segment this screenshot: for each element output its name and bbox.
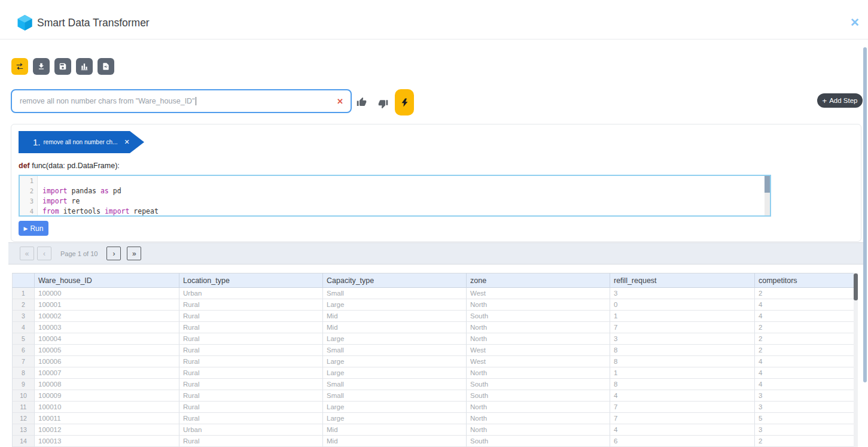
table-row: 13100012UrbanMidNorth43 xyxy=(12,424,858,436)
table-row: 1100000UrbanSmallWest32 xyxy=(12,288,858,299)
table-cell: 100003 xyxy=(35,322,179,333)
run-button[interactable]: ▶ Run xyxy=(19,221,48,236)
page-scrollbar[interactable] xyxy=(863,40,867,447)
table-row: 14100013RuralMidSouth62 xyxy=(12,436,858,447)
table-row: 2100001RuralLargeNorth04 xyxy=(12,299,858,311)
row-number-cell: 9 xyxy=(12,379,35,390)
table-cell: 100004 xyxy=(35,333,179,345)
page-scrollbar-thumb[interactable] xyxy=(863,47,867,382)
add-step-label: Add Step xyxy=(829,97,857,104)
table-cell: 8 xyxy=(610,356,755,367)
first-page-button[interactable]: « xyxy=(20,247,34,260)
table-cell: 2 xyxy=(755,345,858,356)
prompt-input[interactable]: remove all non number chars from "Ware_h… xyxy=(11,89,352,113)
signature-rest: func(data: pd.DataFrame): xyxy=(30,162,120,170)
table-cell: 100009 xyxy=(35,390,179,402)
row-number-cell: 5 xyxy=(12,333,35,345)
thumbs-up-button[interactable] xyxy=(357,97,367,107)
table-row: 6100005RuralSmallWest82 xyxy=(12,345,858,356)
download-icon xyxy=(37,62,45,71)
table-cell: 7 xyxy=(610,402,755,413)
table-cell: Large xyxy=(323,356,467,367)
add-step-button[interactable]: + Add Step xyxy=(817,93,863,108)
table-cell: Mid xyxy=(323,311,467,322)
file-export-icon xyxy=(102,62,110,71)
table-cell: Rural xyxy=(179,413,323,424)
row-number-cell: 6 xyxy=(12,345,35,356)
cube-icon xyxy=(17,14,33,31)
def-keyword: def xyxy=(19,162,30,170)
close-icon[interactable]: ✕ xyxy=(850,16,860,29)
table-cell: North xyxy=(467,367,610,379)
table-scrollbar-thumb[interactable] xyxy=(854,273,858,300)
table-cell: 100002 xyxy=(35,311,179,322)
download-button[interactable] xyxy=(33,58,50,75)
table-row: 3100002RuralMidSouth14 xyxy=(12,311,858,322)
table-cell: 4 xyxy=(755,299,858,311)
table-cell: 4 xyxy=(755,379,858,390)
table-cell: North xyxy=(467,333,610,345)
table-cell: 4 xyxy=(755,356,858,367)
step-tab-1[interactable]: 1. remove all non number ch... ✕ xyxy=(19,131,144,153)
table-row: 9100008RuralSmallSouth84 xyxy=(12,379,858,390)
row-number-cell: 4 xyxy=(12,322,35,333)
table-row: 10100009RuralSmallSouth43 xyxy=(12,390,858,402)
table-row: 7100006RuralLargeWest84 xyxy=(12,356,858,367)
table-scrollbar[interactable] xyxy=(854,273,858,447)
save-button[interactable] xyxy=(54,58,71,75)
chart-button[interactable] xyxy=(76,58,93,75)
table-cell: South xyxy=(467,390,610,402)
thumbs-down-button[interactable] xyxy=(378,99,388,109)
table-cell: Rural xyxy=(179,345,323,356)
table-cell: 3 xyxy=(610,333,755,345)
transform-button[interactable] xyxy=(11,58,28,75)
plus-icon: + xyxy=(823,97,827,105)
step-label: remove all non number ch... xyxy=(44,139,118,145)
table-cell: 100010 xyxy=(35,402,179,413)
table-cell: 100013 xyxy=(35,436,179,447)
column-header: Location_type xyxy=(179,273,323,288)
table-cell: Rural xyxy=(179,436,323,447)
table-cell: 100000 xyxy=(35,288,179,299)
editor-scrollbar[interactable] xyxy=(765,176,770,215)
table-cell: North xyxy=(467,402,610,413)
table-cell: 4 xyxy=(755,311,858,322)
table-cell: Rural xyxy=(179,367,323,379)
app-header: Smart Data Transformer ✕ xyxy=(0,0,868,39)
line-number: 1 xyxy=(20,176,38,186)
table-row: 5100004RuralLargeNorth32 xyxy=(12,333,858,345)
code-editor[interactable]: 12import pandas as pd3import re4from ite… xyxy=(19,175,771,217)
table-cell: Large xyxy=(323,367,467,379)
table-row: 4100003RuralMidNorth72 xyxy=(12,322,858,333)
previous-page-button[interactable]: ‹ xyxy=(37,247,51,260)
table-cell: Large xyxy=(323,333,467,345)
thumbs-up-icon xyxy=(357,97,367,107)
page-title: Smart Data Transformer xyxy=(37,17,150,29)
editor-scrollbar-thumb[interactable] xyxy=(765,176,770,193)
table-cell: Rural xyxy=(179,402,323,413)
row-number-cell: 10 xyxy=(12,390,35,402)
table-cell: Rural xyxy=(179,390,323,402)
clear-input-icon[interactable]: ✕ xyxy=(337,97,343,106)
table-cell: South xyxy=(467,311,610,322)
next-page-button[interactable]: › xyxy=(106,247,121,260)
toolbar xyxy=(11,58,114,75)
table-cell: Rural xyxy=(179,322,323,333)
column-header: zone xyxy=(467,273,610,288)
column-header: Ware_house_ID xyxy=(35,273,179,288)
table-cell: 7 xyxy=(610,413,755,424)
table-cell: Rural xyxy=(179,379,323,390)
prompt-input-value: remove all non number chars from "Ware_h… xyxy=(20,97,195,105)
smart-data-transformer-app: Smart Data Transformer ✕ xyxy=(0,0,868,447)
generate-button[interactable] xyxy=(395,89,414,115)
table-cell: South xyxy=(467,436,610,447)
step-close-icon[interactable]: ✕ xyxy=(124,138,129,146)
export-button[interactable] xyxy=(98,58,114,75)
table-cell: 2 xyxy=(755,333,858,345)
row-number-cell: 7 xyxy=(12,356,35,367)
last-page-button[interactable]: » xyxy=(127,247,141,260)
code-line: 4from itertools import repeat xyxy=(20,206,770,217)
table-body: 1100000UrbanSmallWest322100001RuralLarge… xyxy=(12,288,858,447)
table-header-row: Ware_house_IDLocation_typeCapacity_typez… xyxy=(12,273,858,288)
table-cell: 6 xyxy=(610,436,755,447)
